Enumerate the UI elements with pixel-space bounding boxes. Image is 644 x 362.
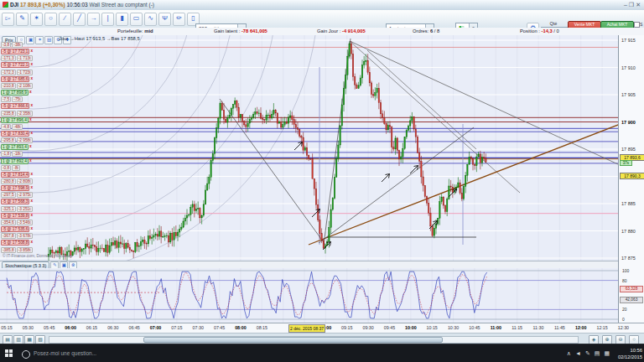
sell-order-label[interactable]: -5 @ 17 685,6x [1, 76, 33, 82]
pnl-cash: -1 713t [17, 55, 33, 61]
cancel-order-icon[interactable]: x [30, 226, 33, 232]
volume-icon[interactable]: ◄ [575, 350, 585, 356]
magnifier-icon: ○ [49, 14, 53, 22]
sell-order-label[interactable]: -5 @ 17 723,1x [1, 49, 33, 54]
keyboard-icon[interactable]: ▦ [604, 350, 614, 356]
sell-order-label[interactable]: -5 @ 17 539,8x [1, 213, 33, 219]
cancel-order-icon[interactable]: x [30, 76, 33, 82]
cortana-search[interactable]: Posez-moi une question... [22, 349, 131, 359]
order-pnl-label: -210,8-2 108t [1, 83, 33, 89]
drawing-toolbar: ▻✎✶○∕╱→❘▮▭∿Ψ✏▯ 200 unités ▾ 1 minute ▾ ▮… [0, 10, 644, 28]
cancel-order-icon[interactable]: x [30, 240, 33, 246]
price-axis[interactable]: 17 91517 91017 90517 90017 89517 88517 8… [618, 35, 644, 261]
cancel-order-icon[interactable]: x [30, 62, 33, 68]
pencil-tool[interactable]: ✎ [16, 13, 29, 26]
price-axis-label: 17 905 [621, 92, 644, 97]
copyright-note: © IT-Finance.com, Données indicatives [3, 254, 73, 258]
time-axis-label: 10:00 [405, 325, 417, 330]
pnl-points: -354,6 [1, 220, 16, 225]
order-pnl-label: -354,6-3 546t [1, 220, 33, 225]
time-axis-label: 11:15 [512, 325, 522, 330]
cancel-order-icon[interactable]: x [30, 185, 33, 191]
stoch-axis-label: 0 [622, 317, 625, 322]
cancel-order-icon[interactable]: x [29, 158, 32, 164]
sell-order-label[interactable]: -5 @ 17 814,4x [1, 172, 33, 178]
sell-order-label[interactable]: -5 @ 17 508,8x [1, 240, 33, 246]
pnl-cash: -8t [12, 165, 20, 171]
tray-icon[interactable]: ▤ [595, 350, 605, 356]
pointer-tool[interactable]: ▻ [2, 13, 14, 26]
sell-order-label[interactable]: -5 @ 17 535,6x [1, 226, 33, 232]
day-summary: Jour →Haut 17 913,5 →Bas 17 858,5 [59, 36, 140, 41]
pnl-points: -3,8 [1, 42, 11, 48]
sell-order-label[interactable]: -5 @ 17 866,6x [1, 103, 33, 109]
horizontal-scrollbar[interactable] [49, 336, 579, 344]
instrument-symbol[interactable]: DJI [10, 2, 18, 8]
buy-order-label[interactable]: 1 @ 17 892,4x [1, 158, 32, 164]
cancel-order-icon[interactable]: x [30, 131, 33, 137]
price-axis-label: 17 885 [621, 201, 644, 206]
position-value: -14,3 [541, 28, 552, 34]
order-text: 1 @ 17 896,4 [1, 117, 29, 123]
cancel-order-icon[interactable]: x [29, 117, 32, 123]
magnifier-tool[interactable]: ○ [44, 13, 57, 26]
sell-order-label[interactable]: -5 @ 17 830,4x [1, 131, 33, 137]
bid-price-tag: 17 890,3 [620, 173, 644, 179]
sell-order-label[interactable]: -5 @ 17 568,3x [1, 199, 33, 204]
alert-tool[interactable]: ✶ [30, 13, 43, 26]
restore-icon[interactable]: ❐ [629, 2, 636, 8]
alarm-icon[interactable]: ✶ [35, 36, 44, 44]
buy-order-label[interactable]: 1 @ 17 893,4x [1, 144, 32, 150]
stoch-value-tag: 63,328 [620, 286, 643, 292]
order-pnl-label: -235,8-2 358t [1, 111, 33, 116]
sell-order-label[interactable]: -5 @ 17 598,9x [1, 185, 33, 191]
arrow-line-tool[interactable]: → [87, 13, 100, 26]
pitchfork-tool[interactable]: Ψ [158, 13, 171, 26]
sell-order-label[interactable]: -5 @ 17 722,1x [1, 62, 33, 68]
pnl-points: -1,8 [1, 151, 11, 157]
time-axis-label: 07:30 [193, 325, 204, 330]
rectangle-icon: ▭ [133, 14, 140, 22]
cancel-order-icon[interactable]: x [30, 103, 33, 109]
cancel-order-icon[interactable]: x [30, 199, 33, 204]
taskbar-clock[interactable]: 10:56 02/12/2015 [614, 347, 642, 360]
time-axis-label: 08:15 [257, 325, 267, 330]
cancel-order-icon[interactable]: x [30, 172, 33, 178]
time-highlight-tag: 2 déc. 2015 08:37 [288, 324, 325, 333]
pnl-points: -7,5 [1, 96, 11, 102]
vertical-line-tool[interactable]: ❘ [101, 13, 114, 26]
pnl-cash: -2 358t [17, 111, 33, 116]
last-price: 17 893,8 (+0,30%) [20, 2, 65, 8]
camera-icon[interactable]: ▤ [44, 36, 53, 44]
zigzag-tool[interactable]: ∿ [144, 13, 157, 26]
stochastic-chart[interactable] [0, 268, 618, 323]
stoch-axis-label: 100 [622, 268, 629, 273]
order-text: -5 @ 17 866,6 [1, 103, 29, 109]
buy-order-label[interactable]: 1 @ 17 898,9x [1, 90, 32, 96]
draw-tool[interactable]: ✏ [173, 13, 185, 26]
order-pnl-label: -280,8-2 808t [1, 178, 33, 184]
start-button[interactable] [5, 349, 13, 358]
stoch-axis-label: 20 [622, 307, 627, 312]
pen-icon[interactable]: ✎ [585, 350, 595, 356]
buy-label: Achat MKT [601, 22, 633, 28]
candlestick-tool[interactable]: ▮ [116, 13, 128, 26]
chevron-up-icon[interactable]: ∧ [567, 350, 575, 356]
close-icon[interactable]: ✕ [636, 2, 642, 8]
cancel-order-icon[interactable]: x [30, 49, 33, 54]
scrollbar-thumb[interactable] [143, 337, 443, 343]
copy-icon[interactable]: ▣ [26, 36, 34, 44]
cancel-order-icon[interactable]: x [29, 90, 32, 96]
arrow-line-icon: → [91, 14, 97, 22]
buy-order-label[interactable]: 1 @ 17 896,4x [1, 117, 32, 123]
order-text: 1 @ 17 893,4 [1, 144, 29, 150]
trendline-tool[interactable]: ╱ [73, 13, 86, 26]
price-chart[interactable] [0, 35, 618, 261]
order-pnl-label: -297,5-2 975t [1, 192, 33, 198]
rectangle-tool[interactable]: ▭ [130, 13, 143, 26]
cancel-order-icon[interactable]: x [30, 213, 33, 219]
pnl-cash: -2 108t [17, 83, 33, 89]
segment-tool[interactable]: ∕ [59, 13, 71, 26]
cancel-order-icon[interactable]: x [29, 144, 32, 150]
order-text: -5 @ 17 685,6 [1, 76, 29, 82]
